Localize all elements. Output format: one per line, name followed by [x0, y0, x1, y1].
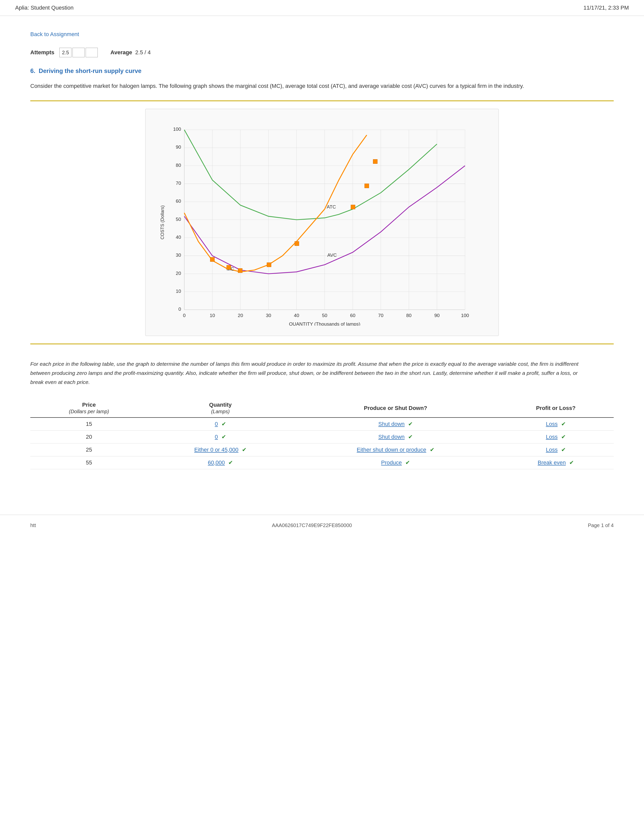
instruction-text: For each price in the following table, u… — [30, 359, 586, 386]
produce-shut-value[interactable]: Shut down — [378, 434, 404, 440]
svg-text:60: 60 — [350, 313, 355, 318]
chart-wrapper: COSTS (Dollars) — [30, 100, 614, 344]
svg-text:0: 0 — [183, 313, 186, 318]
profit-loss-value[interactable]: Break even — [538, 460, 566, 466]
svg-rect-51 — [267, 263, 271, 267]
col-header-quantity: Quantity (Lamps) — [148, 399, 293, 418]
table-cell-price: 55 — [30, 457, 148, 469]
attempts-box: 2.5 — [60, 48, 98, 57]
check-icon: ✔ — [430, 447, 435, 453]
svg-text:ATC: ATC — [327, 204, 336, 210]
svg-text:80: 80 — [406, 313, 411, 318]
svg-text:90: 90 — [435, 313, 440, 318]
svg-rect-52 — [295, 241, 299, 246]
question-title-text: Deriving the short-run supply curve — [39, 68, 142, 74]
svg-text:30: 30 — [266, 313, 271, 318]
chart-container: COSTS (Dollars) — [145, 109, 499, 336]
svg-rect-54 — [365, 184, 369, 188]
table-cell-quantity: 0✔ — [148, 431, 293, 444]
table-cell-profit-loss: Loss✔ — [498, 418, 614, 431]
svg-rect-53 — [351, 205, 355, 209]
table-row: 25Either 0 or 45,000✔Either shut down or… — [30, 444, 614, 457]
profit-loss-value[interactable]: Loss — [546, 421, 557, 427]
footer-right: Page 1 of 4 — [588, 523, 614, 528]
svg-text:10: 10 — [209, 313, 215, 318]
svg-text:30: 30 — [176, 252, 181, 258]
check-icon: ✔ — [569, 460, 574, 466]
table-cell-quantity: 60,000✔ — [148, 457, 293, 469]
svg-text:80: 80 — [176, 162, 181, 168]
quantity-value[interactable]: 60,000 — [208, 460, 225, 466]
svg-rect-48 — [210, 257, 214, 262]
produce-shut-value[interactable]: Shut down — [378, 421, 404, 427]
svg-text:40: 40 — [294, 313, 299, 318]
table-row: 200✔Shut down✔Loss✔ — [30, 431, 614, 444]
main-content: Back to Assignment Attempts 2.5 Average … — [0, 16, 644, 484]
header-datetime: 11/17/21, 2:33 PM — [583, 5, 629, 11]
y-axis-label: COSTS (Dollars) — [160, 206, 165, 240]
table-cell-price: 20 — [30, 431, 148, 444]
svg-text:0: 0 — [179, 306, 181, 312]
footer-center: AAA0626017C749E9F22FE850000 — [272, 523, 352, 528]
produce-shut-value[interactable]: Produce — [381, 460, 402, 466]
table-cell-produce-shut: Either shut down or produce✔ — [293, 444, 498, 457]
check-icon: ✔ — [561, 434, 566, 440]
svg-text:AVC: AVC — [327, 252, 336, 258]
svg-text:QUANTITY (Thousands of lamps): QUANTITY (Thousands of lamps) — [289, 321, 361, 326]
attempts-row: Attempts 2.5 Average 2.5 / 4 — [30, 48, 614, 57]
table-row: 5560,000✔Produce✔Break even✔ — [30, 457, 614, 469]
attempt-cell-2 — [72, 48, 85, 57]
check-icon: ✔ — [408, 434, 413, 440]
quantity-value[interactable]: 0 — [215, 434, 218, 440]
app-title: Aplia: Student Question — [15, 5, 74, 11]
svg-text:20: 20 — [238, 313, 243, 318]
col-header-price: Price (Dollars per lamp) — [30, 399, 148, 418]
footer-left: htt — [30, 523, 36, 528]
svg-text:90: 90 — [176, 145, 181, 150]
table-row: 150✔Shut down✔Loss✔ — [30, 418, 614, 431]
question-number: 6. — [30, 68, 35, 74]
col-header-profit-loss: Profit or Loss? — [498, 399, 614, 418]
back-to-assignment-link[interactable]: Back to Assignment — [30, 31, 79, 38]
svg-text:100: 100 — [461, 313, 469, 318]
table-cell-profit-loss: Loss✔ — [498, 444, 614, 457]
table-cell-quantity: 0✔ — [148, 418, 293, 431]
header-bar: Aplia: Student Question 11/17/21, 2:33 P… — [0, 0, 644, 16]
table-cell-produce-shut: Produce✔ — [293, 457, 498, 469]
question-title: 6. Deriving the short-run supply curve — [30, 68, 614, 74]
average-label: Average — [110, 49, 132, 56]
check-icon: ✔ — [222, 421, 226, 427]
svg-text:50: 50 — [322, 313, 327, 318]
table-cell-produce-shut: Shut down✔ — [293, 431, 498, 444]
svg-rect-55 — [373, 159, 377, 164]
svg-text:100: 100 — [173, 127, 181, 132]
footer: htt AAA0626017C749E9F22FE850000 Page 1 o… — [0, 515, 644, 536]
check-icon: ✔ — [408, 421, 413, 427]
check-icon: ✔ — [405, 460, 410, 466]
check-icon: ✔ — [228, 460, 233, 466]
svg-text:60: 60 — [176, 199, 181, 204]
table-header-row: Price (Dollars per lamp) Quantity (Lamps… — [30, 399, 614, 418]
attempt-cell-3 — [85, 48, 98, 57]
table-cell-price: 25 — [30, 444, 148, 457]
quantity-value[interactable]: Either 0 or 45,000 — [194, 447, 238, 453]
svg-text:10: 10 — [176, 288, 181, 294]
svg-rect-49 — [227, 265, 231, 270]
chart-inner: COSTS (Dollars) — [161, 119, 483, 326]
table-cell-quantity: Either 0 or 45,000✔ — [148, 444, 293, 457]
quantity-value[interactable]: 0 — [215, 421, 218, 427]
check-icon: ✔ — [242, 447, 246, 453]
check-icon: ✔ — [222, 434, 226, 440]
produce-shut-value[interactable]: Either shut down or produce — [357, 447, 426, 453]
average-text: Average 2.5 / 4 — [110, 49, 151, 56]
average-value: 2.5 / 4 — [135, 49, 151, 56]
svg-text:70: 70 — [378, 313, 383, 318]
check-icon: ✔ — [561, 447, 566, 453]
attempt-cell-1: 2.5 — [60, 48, 71, 57]
svg-text:50: 50 — [176, 217, 181, 222]
data-table: Price (Dollars per lamp) Quantity (Lamps… — [30, 399, 614, 469]
profit-loss-value[interactable]: Loss — [546, 434, 557, 440]
profit-loss-value[interactable]: Loss — [546, 447, 557, 453]
svg-rect-50 — [238, 269, 242, 273]
col-header-produce-shut: Produce or Shut Down? — [293, 399, 498, 418]
